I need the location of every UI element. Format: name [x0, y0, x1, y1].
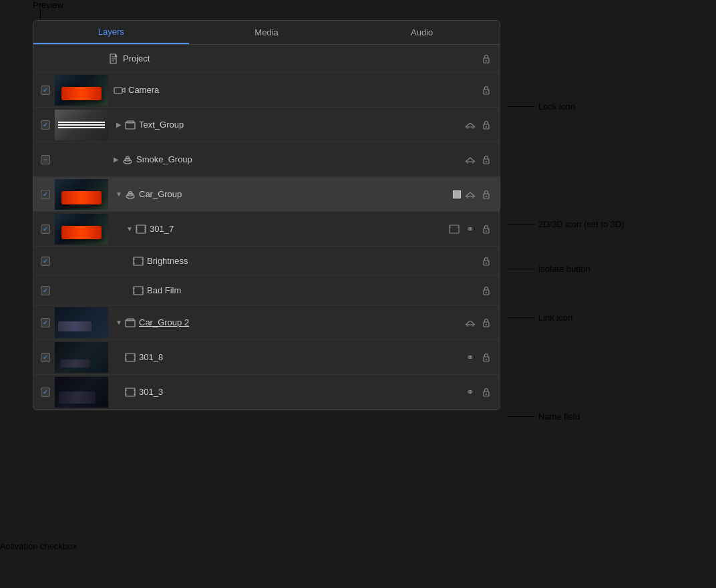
- layer-row-smoke-group: ▶ Smoke_Group: [33, 142, 500, 177]
- lock-icon-car-group-2[interactable]: [480, 316, 493, 329]
- link-icon-301-3[interactable]: ⚭: [464, 386, 477, 399]
- layer-name-301-8: 301_8: [139, 352, 464, 362]
- document-icon: [108, 53, 120, 65]
- checkbox-area-brightness[interactable]: [36, 257, 55, 266]
- isolate-ann-label: Isolate button: [538, 264, 590, 274]
- lock-icon-301-3[interactable]: [480, 386, 493, 399]
- name-ann-label: Name field: [538, 412, 580, 422]
- lock-icon-camera[interactable]: [480, 84, 493, 97]
- lock-icon-bad-film[interactable]: [480, 284, 493, 297]
- svg-point-22: [126, 156, 130, 158]
- checkbox-area-camera[interactable]: [36, 86, 55, 95]
- layer-row-camera: Camera: [33, 73, 500, 108]
- lock-icon-301-7[interactable]: [480, 223, 493, 236]
- expand-text-group[interactable]: ▶: [114, 120, 124, 130]
- right-icons-car-group-2: [464, 316, 493, 329]
- lock-icon-smoke-group[interactable]: [480, 153, 493, 166]
- link-icon-301-7[interactable]: ⚭: [464, 223, 477, 236]
- layers-panel: Layers Media Audio Project: [33, 20, 500, 410]
- checkbox-301-7[interactable]: [41, 225, 50, 234]
- checkbox-area-301-7[interactable]: [36, 225, 55, 234]
- checkbox-301-3[interactable]: [41, 388, 50, 397]
- svg-rect-52: [134, 257, 143, 265]
- checkbox-area-301-8[interactable]: [36, 353, 55, 362]
- svg-point-19: [486, 126, 487, 128]
- checkbox-car-group[interactable]: [41, 190, 50, 199]
- layer-row-project: Project: [33, 45, 500, 73]
- tab-media[interactable]: Media: [189, 21, 345, 44]
- film-icon-301-3: [124, 386, 136, 398]
- tab-bar: Layers Media Audio: [33, 21, 500, 45]
- car-group-icon: [124, 188, 136, 200]
- thumbnail-camera: [55, 75, 108, 106]
- checkbox-text-group[interactable]: [41, 120, 50, 130]
- thumbnail-car-group-2: [55, 307, 108, 338]
- 2d3d-icon-text-group[interactable]: [464, 118, 477, 132]
- checkbox-area-301-3[interactable]: [36, 388, 55, 397]
- 2d3d-ann-line: [508, 224, 534, 225]
- svg-point-81: [486, 359, 487, 360]
- layer-name-car-group-2[interactable]: Car_Group 2: [139, 317, 464, 327]
- checkbox-car-group-2[interactable]: [41, 318, 50, 327]
- lock-icon-text-group[interactable]: [480, 118, 493, 132]
- checkbox-brightness[interactable]: [41, 257, 50, 266]
- layer-name-301-3: 301_3: [139, 387, 464, 397]
- camera-icon: [114, 84, 126, 96]
- svg-line-23: [466, 158, 470, 162]
- lock-icon-brightness[interactable]: [480, 255, 493, 268]
- 2d3d-annotation: 2D/3D icon (set to 3D): [508, 219, 624, 229]
- layer-row-bad-film: Bad Film: [33, 276, 500, 305]
- svg-point-88: [486, 394, 487, 395]
- right-icons-301-7: ⚭: [448, 223, 493, 236]
- tab-layers[interactable]: Layers: [33, 21, 189, 44]
- checkbox-camera[interactable]: [41, 86, 50, 95]
- right-icons-smoke-group: [464, 153, 493, 166]
- checkbox-smoke-group[interactable]: [41, 155, 50, 164]
- checkbox-area-text-group[interactable]: [36, 120, 55, 130]
- expand-301-7[interactable]: ▼: [124, 224, 135, 235]
- expand-car-group-2[interactable]: ▼: [114, 317, 124, 328]
- isolate-ann-line: [508, 269, 534, 269]
- isolate-button-car-group[interactable]: [453, 190, 461, 198]
- svg-line-13: [466, 123, 470, 127]
- layer-row-car-group: ▼ Car_Group: [33, 177, 500, 212]
- lock-icon-car-group[interactable]: [480, 188, 493, 201]
- right-icons-bad-film: [480, 284, 493, 297]
- thumbnail-301-7: [55, 214, 108, 245]
- link-icon-301-8[interactable]: ⚭: [464, 351, 477, 364]
- lock-icon-301-8[interactable]: [480, 351, 493, 364]
- lock-icon-project[interactable]: [480, 52, 493, 65]
- 2d3d-ann-label: 2D/3D icon (set to 3D): [538, 219, 624, 229]
- svg-point-58: [486, 263, 487, 264]
- svg-rect-82: [126, 388, 135, 396]
- preview-annotation: Preview: [33, 0, 63, 10]
- layer-row-car-group-2: ▼ Car_Group 2: [33, 305, 500, 340]
- svg-line-34: [470, 192, 475, 196]
- svg-rect-7: [114, 88, 122, 94]
- film-icon-301-7: [135, 223, 147, 235]
- link-ann-label: Link icon: [538, 313, 572, 323]
- checkbox-area-smoke-group[interactable]: [36, 155, 55, 164]
- film-small-icon-bad-film: [132, 285, 144, 297]
- 2d3d-icon-smoke-group[interactable]: [464, 153, 477, 166]
- 2d3d-icon-car-group[interactable]: [464, 188, 477, 201]
- svg-point-74: [486, 324, 487, 325]
- checkbox-area-car-group[interactable]: [36, 190, 55, 199]
- name-ann-line: [508, 416, 534, 417]
- thumbnail-301-3: [55, 377, 108, 408]
- tab-audio[interactable]: Audio: [344, 21, 500, 44]
- svg-rect-75: [126, 353, 135, 361]
- activation-checkbox-annotation: Activation checkbox: [0, 541, 77, 551]
- svg-line-14: [470, 123, 475, 127]
- expand-smoke-group[interactable]: ▶: [111, 154, 122, 165]
- svg-point-51: [486, 231, 487, 232]
- checkbox-area-car-group-2[interactable]: [36, 318, 55, 327]
- right-icons-project: [480, 52, 493, 65]
- expand-car-group[interactable]: ▼: [114, 189, 124, 200]
- right-icons-text-group: [464, 118, 493, 132]
- 2d3d-icon-car-group-2[interactable]: [464, 316, 477, 329]
- checkbox-bad-film[interactable]: [41, 286, 50, 295]
- layer-name-car-group: Car_Group: [139, 189, 453, 199]
- checkbox-area-bad-film[interactable]: [36, 286, 55, 295]
- checkbox-301-8[interactable]: [41, 353, 50, 362]
